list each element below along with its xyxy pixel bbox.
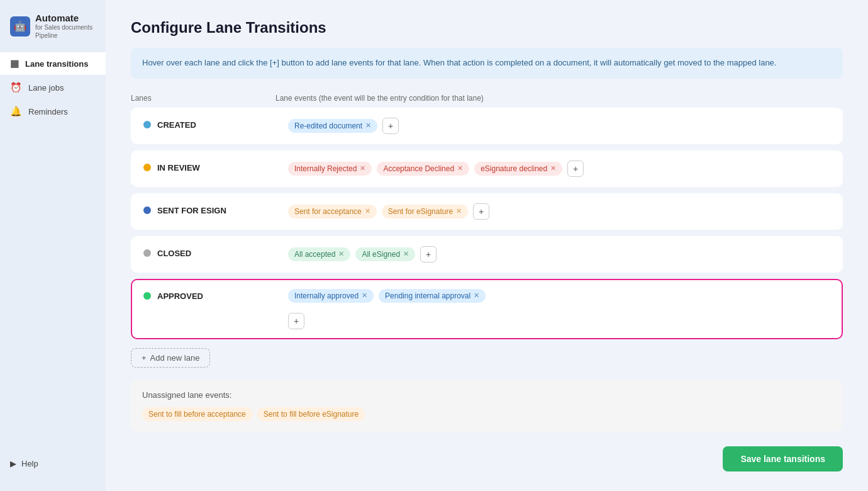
main-content: Configure Lane Transitions Hover over ea… <box>106 0 868 491</box>
events-col-header: Lane events (the event will be the entry… <box>275 94 843 103</box>
lane-left-in-review: IN REVIEW <box>143 161 288 172</box>
lane-jobs-icon: ⏰ <box>10 82 22 93</box>
close-pending-internal-approval[interactable]: ✕ <box>474 291 479 300</box>
lane-name-created: CREATED <box>157 120 196 130</box>
lane-dot-closed <box>143 249 151 257</box>
lane-row-in-review: IN REVIEW Internally Rejected ✕ Acceptan… <box>131 150 843 187</box>
tag-sent-for-acceptance: Sent for acceptance ✕ <box>288 205 377 218</box>
sidebar-item-lane-jobs[interactable]: ⏰ Lane jobs <box>0 76 106 99</box>
tag-pending-internal-approval: Pending internal approval ✕ <box>379 289 486 303</box>
add-new-lane-button[interactable]: + Add new lane <box>131 348 210 368</box>
sidebar-footer[interactable]: ▶ Help <box>0 449 106 478</box>
lane-events-created: Re-edited document ✕ + <box>288 118 830 134</box>
unassigned-events-box: Unassigned lane events: Sent to fill bef… <box>131 380 843 431</box>
sidebar-item-label: Lane transitions <box>25 59 88 69</box>
save-button[interactable]: Save lane tansitions <box>723 446 843 471</box>
lane-events-sent-for-esign: Sent for acceptance ✕ Sent for eSignatur… <box>288 203 830 220</box>
lane-dot-approved <box>143 292 151 300</box>
footer-actions: Save lane tansitions <box>131 446 843 471</box>
sidebar-item-lane-transitions[interactable]: ▦ Lane transitions <box>0 52 106 75</box>
lane-row-closed: CLOSED All accepted ✕ All eSigned ✕ + <box>131 236 843 273</box>
add-event-in-review[interactable]: + <box>567 161 584 177</box>
info-box: Hover over each lane and click the [+] b… <box>131 48 843 79</box>
close-acceptance-declined[interactable]: ✕ <box>457 164 463 172</box>
lane-row-sent-for-esign: SENT FOR ESIGN Sent for acceptance ✕ Sen… <box>131 193 843 230</box>
brand-sub2: Pipeline <box>35 31 92 40</box>
lanes-header: Lanes Lane events (the event will be the… <box>131 94 843 108</box>
tag-sent-to-fill-before-esignature: Sent to fill before eSignature <box>257 407 365 421</box>
lane-name-approved: APPROVED <box>157 291 203 301</box>
page-title: Configure Lane Transitions <box>131 19 843 37</box>
close-all-accepted[interactable]: ✕ <box>338 250 344 258</box>
lane-dot-in-review <box>143 164 151 171</box>
close-sent-for-esignature[interactable]: ✕ <box>456 207 462 215</box>
lanes-col-header: Lanes <box>131 94 275 103</box>
lane-left-created: CREATED <box>143 118 288 130</box>
tag-sent-for-esignature: Sent for eSignature ✕ <box>382 205 468 218</box>
add-event-created[interactable]: + <box>382 118 399 134</box>
lane-dot-sent-for-esign <box>143 206 151 214</box>
close-esignature-declined[interactable]: ✕ <box>550 164 556 172</box>
add-lane-label: Add new lane <box>150 353 200 363</box>
sidebar-item-label: Lane jobs <box>28 83 64 93</box>
lane-left-approved: APPROVED <box>143 289 288 301</box>
lane-row-approved: APPROVED Internally approved ✕ Pending i… <box>131 279 843 339</box>
reminders-icon: 🔔 <box>10 106 22 117</box>
add-event-sent-for-esign[interactable]: + <box>473 203 489 220</box>
add-lane-icon: + <box>142 353 147 363</box>
tag-internally-rejected: Internally Rejected ✕ <box>288 162 372 176</box>
tag-esignature-declined: eSignature declined ✕ <box>474 162 562 176</box>
unassigned-label: Unassigned lane events: <box>142 390 832 400</box>
lane-name-sent-for-esign: SENT FOR ESIGN <box>157 206 226 215</box>
lane-left-closed: CLOSED <box>143 246 288 258</box>
tag-all-esigned: All eSigned ✕ <box>355 247 415 261</box>
automate-icon: 🤖 <box>10 16 30 37</box>
sidebar: 🤖 Automate for Sales documents Pipeline … <box>0 0 106 491</box>
unassigned-tags: Sent to fill before acceptance Sent to f… <box>142 407 832 421</box>
lane-left-sent-for-esign: SENT FOR ESIGN <box>143 203 288 215</box>
help-play-icon: ▶ <box>10 459 16 468</box>
lane-name-closed: CLOSED <box>157 249 191 258</box>
add-event-closed[interactable]: + <box>420 246 437 262</box>
tag-internally-approved: Internally approved ✕ <box>288 289 374 303</box>
lane-dot-created <box>143 121 151 128</box>
sidebar-brand: 🤖 Automate for Sales documents Pipeline <box>0 13 106 52</box>
add-event-approved[interactable]: + <box>288 313 304 329</box>
brand-name: Automate <box>35 13 92 23</box>
lane-events-closed: All accepted ✕ All eSigned ✕ + <box>288 246 830 262</box>
tag-acceptance-declined: Acceptance Declined ✕ <box>377 162 469 176</box>
brand-sub1: for Sales documents <box>35 23 92 31</box>
tag-re-edited: Re-edited document ✕ <box>288 119 377 133</box>
sidebar-nav: ▦ Lane transitions ⏰ Lane jobs 🔔 Reminde… <box>0 52 106 123</box>
close-internally-rejected[interactable]: ✕ <box>360 164 365 172</box>
tag-sent-to-fill-before-acceptance: Sent to fill before acceptance <box>142 407 252 421</box>
sidebar-item-label: Reminders <box>28 107 68 116</box>
sidebar-brand-text: Automate for Sales documents Pipeline <box>35 13 92 40</box>
lane-row-created: CREATED Re-edited document ✕ + <box>131 108 843 144</box>
tag-all-accepted: All accepted ✕ <box>288 247 350 261</box>
close-internally-approved[interactable]: ✕ <box>362 291 367 300</box>
sidebar-item-reminders[interactable]: 🔔 Reminders <box>0 100 106 123</box>
close-sent-for-acceptance[interactable]: ✕ <box>365 207 370 215</box>
lane-name-in-review: IN REVIEW <box>157 163 200 172</box>
help-label: Help <box>21 459 38 468</box>
lane-transitions-icon: ▦ <box>10 58 19 69</box>
close-re-edited[interactable]: ✕ <box>365 121 371 130</box>
lane-events-in-review: Internally Rejected ✕ Acceptance Decline… <box>288 161 830 177</box>
lane-events-approved: Internally approved ✕ Pending internal a… <box>288 289 830 329</box>
close-all-esigned[interactable]: ✕ <box>403 250 409 258</box>
